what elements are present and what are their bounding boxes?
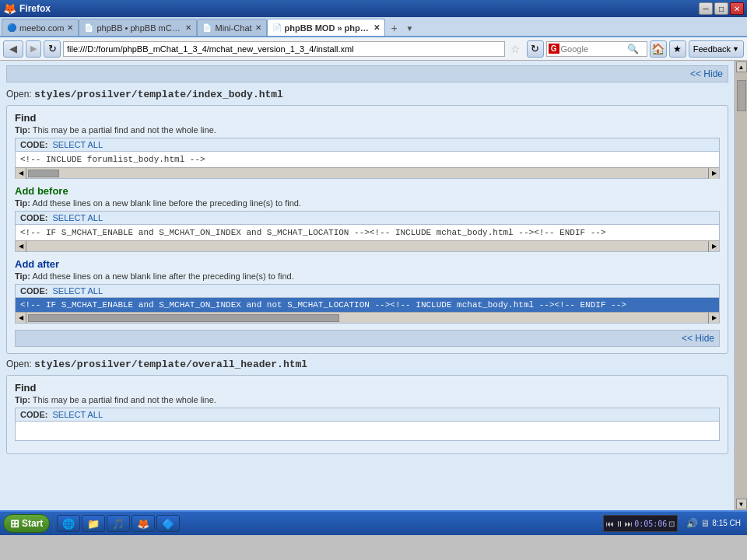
open-keyword-2: Open: xyxy=(6,359,32,369)
section-box-1: Find Tip: This may be a partial find and… xyxy=(6,105,728,354)
find-tip-1: Tip: This may be a partial find and not … xyxy=(15,125,720,135)
code-header-after: CODE: SELECT ALL xyxy=(16,285,719,298)
code-scrollbar-after[interactable]: ◀ ▶ xyxy=(16,312,719,323)
tip-text-1: This may be a partial find and not the w… xyxy=(33,125,216,135)
taskbar: ⊞ Start 🌐 📁 🎵 🦊 🔷 ⏮ ⏸ ⏭ 0:05:06 ⊡ 🔊 🖥 8:… xyxy=(0,510,747,535)
page-inner[interactable]: << Hide Open: styles/prosilver/template/… xyxy=(0,61,735,510)
code-block-after: CODE: SELECT ALL <!-- IF S_MCHAT_ENABLE … xyxy=(15,284,720,324)
tab-meebo-close[interactable]: ✕ xyxy=(67,23,73,32)
search-submit-icon[interactable]: 🔍 xyxy=(627,44,639,54)
tab-minichat[interactable]: 📄 Mini-Chat ✕ xyxy=(197,19,266,36)
add-before-tip: Tip: Add these lines on a new blank line… xyxy=(15,198,720,208)
browser-icon: 🦊 xyxy=(3,2,16,15)
scroll-track-main xyxy=(736,72,747,499)
scroll-right-1[interactable]: ▶ xyxy=(708,168,719,179)
start-icon: ⊞ xyxy=(10,517,19,530)
open-section-2: Open: styles/prosilver/template/overall_… xyxy=(6,359,728,454)
media-next-icon[interactable]: ⏭ xyxy=(625,520,633,528)
code-label-1: CODE: xyxy=(20,140,47,149)
taskbar-item-firefox[interactable]: 🦊 xyxy=(132,515,155,532)
media-prev-icon[interactable]: ⏮ xyxy=(606,520,614,528)
code-scrollbar-1[interactable]: ◀ ▶ xyxy=(16,167,719,178)
scroll-left-1[interactable]: ◀ xyxy=(16,168,26,179)
section-box-2: Find Tip: This may be a partial find and… xyxy=(6,375,728,454)
scroll-up-arrow[interactable]: ▲ xyxy=(736,61,747,72)
select-all-link-1[interactable]: SELECT ALL xyxy=(52,140,103,149)
forward-button[interactable]: ▶ xyxy=(26,40,41,58)
network-icon[interactable]: 🖥 xyxy=(700,518,710,529)
search-box: G 🔍 xyxy=(546,41,647,57)
tab-minichat-label: Mini-Chat xyxy=(215,23,251,33)
page-scrollbar[interactable]: ▲ ▼ xyxy=(735,61,747,510)
media-play-icon[interactable]: ⏸ xyxy=(615,520,623,528)
search-icon: G xyxy=(549,44,559,54)
scroll-down-arrow[interactable]: ▼ xyxy=(736,499,747,509)
tab-meebo[interactable]: 🔵 meebo.com ✕ xyxy=(2,19,79,36)
taskbar-item-media[interactable]: 🎵 xyxy=(107,515,130,532)
scroll-left-after[interactable]: ◀ xyxy=(16,313,26,324)
clock: 8:15 CH xyxy=(712,519,741,528)
scroll-thumb-1[interactable] xyxy=(28,170,59,177)
scroll-track-1 xyxy=(26,169,708,178)
firefox-icon: 🦊 xyxy=(137,518,149,530)
start-label: Start xyxy=(22,518,43,529)
code-scrollbar-before[interactable]: ◀ ▶ xyxy=(16,240,719,251)
taskbar-item-dreamweaver[interactable]: 🔷 xyxy=(156,515,180,532)
home-button[interactable]: 🏠 xyxy=(650,40,667,58)
scroll-left-before[interactable]: ◀ xyxy=(16,241,26,252)
maximize-button[interactable]: □ xyxy=(714,2,728,15)
tab-phpbb-mod[interactable]: 📄 phpBB MOD » phpBB mChat ✕ xyxy=(267,19,385,36)
start-button[interactable]: ⊞ Start xyxy=(3,514,50,533)
tab-bar: 🔵 meebo.com ✕ 📄 phpBB • phpBB mChat - Co… xyxy=(0,17,747,37)
taskbar-item-explorer[interactable]: 📁 xyxy=(82,515,105,532)
scroll-right-after[interactable]: ▶ xyxy=(708,313,719,324)
reload-button2[interactable]: ↻ xyxy=(527,40,544,58)
select-all-link-2[interactable]: SELECT ALL xyxy=(52,410,103,419)
close-button[interactable]: ✕ xyxy=(730,2,744,15)
dreamweaver-icon: 🔷 xyxy=(162,518,174,530)
add-after-tip: Tip: Add these lines on a new blank line… xyxy=(15,271,720,281)
feedback-button[interactable]: Feedback ▼ xyxy=(689,40,744,58)
hide-bar-top[interactable]: << Hide xyxy=(6,65,728,82)
minimize-button[interactable]: ─ xyxy=(699,2,713,15)
address-input[interactable] xyxy=(63,41,505,57)
taskbar-sep-1 xyxy=(53,514,54,533)
star-button[interactable]: ☆ xyxy=(507,40,524,58)
select-all-link-after[interactable]: SELECT ALL xyxy=(52,286,103,296)
code-body-2 xyxy=(16,422,719,440)
tab-meebo-icon: 🔵 xyxy=(7,23,16,32)
code-label-after: CODE: xyxy=(20,286,47,296)
title-bar[interactable]: 🦊 Firefox ─ □ ✕ xyxy=(0,0,747,17)
code-body-after-highlighted: <!-- IF S_MCHAT_ENABLE and S_MCHAT_ON_IN… xyxy=(16,298,719,312)
tab-phpbb-contrib-close[interactable]: ✕ xyxy=(185,23,191,32)
code-header-before: CODE: SELECT ALL xyxy=(16,212,719,225)
new-tab-button[interactable]: + xyxy=(387,20,402,36)
code-body-before: <!-- IF S_MCHAT_ENABLE and S_MCHAT_ON_IN… xyxy=(16,225,719,240)
hide-bar-bottom[interactable]: << Hide xyxy=(15,330,720,347)
media-expand-icon[interactable]: ⊡ xyxy=(668,520,675,528)
explorer-icon: 📁 xyxy=(87,518,100,530)
window-title: Firefox xyxy=(19,3,699,14)
reload-button[interactable]: ↻ xyxy=(44,40,61,58)
tab-overflow-button[interactable]: ▼ xyxy=(404,20,416,36)
tab-phpbb-mod-close[interactable]: ✕ xyxy=(374,23,380,32)
bookmark-button[interactable]: ★ xyxy=(669,40,686,58)
scroll-thumb-main[interactable] xyxy=(737,80,746,111)
find-subsection-2: Find Tip: This may be a partial find and… xyxy=(15,382,720,441)
back-button[interactable]: ◀ xyxy=(3,40,23,58)
scroll-right-before[interactable]: ▶ xyxy=(708,241,719,252)
taskbar-item-ie[interactable]: 🌐 xyxy=(57,515,80,532)
address-bar: ◀ ▶ ↻ ☆ ↻ G 🔍 🏠 ★ Feedback ▼ xyxy=(0,37,747,61)
tab-phpbb-contrib[interactable]: 📄 phpBB • phpBB mChat - Contrib... ✕ xyxy=(79,19,197,36)
search-input[interactable] xyxy=(561,44,627,54)
open-path-2: styles/prosilver/template/overall_header… xyxy=(34,359,307,370)
add-after-title: Add after xyxy=(15,258,720,270)
tab-meebo-label: meebo.com xyxy=(19,23,64,33)
volume-icon[interactable]: 🔊 xyxy=(686,518,698,529)
tab-minichat-icon: 📄 xyxy=(202,23,212,32)
tab-minichat-close[interactable]: ✕ xyxy=(255,23,261,32)
select-all-link-before[interactable]: SELECT ALL xyxy=(52,213,103,222)
tab-phpbb-mod-label: phpBB MOD » phpBB mChat xyxy=(285,23,370,33)
scroll-thumb-after[interactable] xyxy=(28,314,339,322)
feedback-label: Feedback xyxy=(693,44,731,54)
